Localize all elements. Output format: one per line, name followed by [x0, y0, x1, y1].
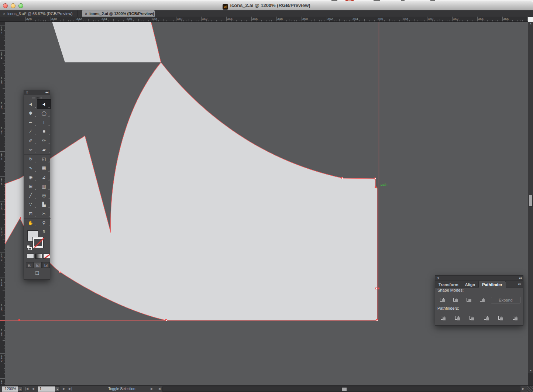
pathfinder-panel-close-icon[interactable]: x — [437, 276, 439, 281]
crop-button[interactable] — [482, 315, 491, 322]
tool-magic-wand-tool[interactable]: ✱ — [24, 109, 37, 118]
tab-align[interactable]: Align — [462, 281, 479, 288]
tool-direct-selection-tool[interactable]: ➤ — [37, 100, 51, 109]
zoom-dropdown-button[interactable]: ▼ — [18, 386, 23, 392]
tool-gradient-tool[interactable]: ▥ — [37, 182, 51, 191]
tool-artboard-tool[interactable]: ⊡ — [24, 209, 37, 218]
vertical-scrollbar[interactable]: ▲ ▼ — [528, 22, 533, 385]
tool-blend-tool[interactable]: ◎ — [37, 191, 51, 200]
path-anchor-hollow[interactable] — [375, 288, 377, 289]
divide-button[interactable] — [439, 315, 448, 322]
horizontal-scroll-thumb[interactable] — [341, 387, 347, 391]
tool-rotate-tool[interactable]: ↻ — [24, 154, 37, 164]
tool-eyedropper-tool[interactable]: ╱ — [24, 191, 37, 200]
gradient-button[interactable] — [35, 254, 42, 259]
tool-pen-tool[interactable]: ✒ — [24, 118, 37, 127]
status-menu-arrow-icon[interactable]: ▶ — [151, 387, 153, 391]
document-tab-1[interactable]: ×icons_3.ai* @ 66.67% (RGB/Preview) — [0, 10, 78, 17]
collapse-panel-icon[interactable]: ◀◀ — [519, 276, 521, 281]
intersect-button[interactable] — [465, 297, 474, 304]
scroll-right-icon[interactable]: ▶ — [522, 387, 525, 391]
tool-mesh-tool[interactable]: ⊞ — [24, 182, 37, 191]
path-anchor-filled[interactable] — [375, 186, 376, 188]
ruler-label: 1 2 2 — [1, 127, 2, 135]
color-button[interactable] — [27, 254, 34, 259]
tool-perspective-grid-tool[interactable]: ⊿ — [37, 173, 51, 182]
zoom-level-field[interactable]: 1200% — [2, 386, 18, 392]
tool-lasso-tool[interactable]: ◯ — [37, 109, 51, 118]
artboard-number-field[interactable]: 1 — [38, 386, 55, 392]
tool-free-transform-tool[interactable]: ▦ — [37, 164, 51, 173]
horizontal-scrollbar[interactable] — [162, 386, 520, 392]
path-anchor-hollow[interactable] — [341, 177, 343, 179]
screen-mode-button[interactable]: ❏ — [34, 271, 41, 276]
last-artboard-button[interactable]: ▶| — [69, 387, 72, 391]
tool-line-segment-tool[interactable]: ∕ — [24, 127, 37, 136]
scroll-down-icon[interactable]: ▼ — [528, 369, 533, 372]
outline-button[interactable] — [496, 315, 505, 322]
path-anchor-filled[interactable] — [378, 288, 379, 289]
ruler-origin-corner[interactable] — [0, 17, 5, 22]
tab-transform[interactable]: Transform — [435, 281, 462, 288]
path-anchor-hollow[interactable] — [165, 319, 167, 321]
next-artboard-button[interactable]: ▶ — [63, 387, 65, 391]
tab-pathfinder[interactable]: Pathfinder — [478, 281, 506, 288]
trim-button[interactable] — [453, 315, 462, 322]
draw-normal-mode-button[interactable]: ◰ — [26, 262, 34, 268]
tool-width-tool[interactable]: ∿ — [24, 164, 37, 173]
expand-button[interactable]: Expand — [491, 297, 520, 303]
tool-shape-builder-tool[interactable]: ◉ — [24, 173, 37, 182]
exclude-button[interactable] — [478, 297, 487, 304]
first-artboard-button[interactable]: |◀ — [25, 387, 28, 391]
tool-hand-tool[interactable]: ✋ — [24, 218, 37, 227]
title-bar[interactable]: Aiicons_2.ai @ 1200% (RGB/Preview) — [0, 1, 533, 10]
path-anchor-hollow[interactable] — [59, 271, 61, 273]
symbol-sprayer-tool-icon: ∵ — [29, 202, 32, 207]
tab-close-icon[interactable]: × — [3, 11, 5, 16]
tab-close-icon[interactable]: × — [85, 11, 87, 16]
tool-symbol-sprayer-tool[interactable]: ∵ — [24, 200, 37, 209]
minus-back-button[interactable] — [511, 315, 520, 322]
tool-type-tool[interactable]: T — [37, 118, 51, 127]
draw-inside-mode-button[interactable]: ◲ — [42, 262, 50, 268]
tool-pencil-tool[interactable]: ✏ — [37, 136, 51, 145]
window-resize-grip[interactable] — [527, 386, 533, 392]
tool-blob-brush-tool[interactable]: ✑ — [24, 145, 37, 154]
tool-zoom-tool[interactable]: ⚲ — [37, 218, 51, 227]
minus-front-button[interactable] — [451, 297, 460, 304]
stroke-color-swatch[interactable] — [33, 237, 43, 248]
tool-selection-tool[interactable]: ➤ — [24, 100, 37, 109]
tools-panel-header[interactable]: x ◀◀ — [24, 90, 50, 95]
vertical-scroll-thumb[interactable] — [529, 195, 533, 207]
path-anchor-hollow[interactable] — [19, 217, 21, 219]
tool-slice-tool[interactable]: ✂ — [37, 209, 51, 218]
path-anchor-hollow[interactable] — [374, 178, 376, 179]
default-stroke-mini-icon[interactable] — [28, 247, 32, 250]
collapse-panel-icon[interactable]: ◀◀ — [45, 90, 48, 95]
artboard-dropdown-button[interactable]: ▼ — [55, 386, 60, 392]
tool-paintbrush-tool[interactable]: ✐ — [24, 136, 37, 145]
merge-button[interactable] — [468, 315, 477, 322]
tools-panel-grip[interactable] — [24, 95, 50, 100]
horizontal-ruler[interactable]: 3283303323343363383403423443463483503523… — [5, 17, 528, 22]
path-anchor-hollow[interactable] — [376, 319, 378, 321]
none-button[interactable] — [43, 254, 50, 259]
tool-rectangle-tool[interactable]: ■ — [37, 127, 51, 136]
tool-scale-tool[interactable]: ◱ — [37, 154, 51, 164]
document-tab-2[interactable]: ×icons_2.ai @ 1200% (RGB/Preview) — [82, 10, 155, 17]
tools-panel-close-icon[interactable]: x — [26, 90, 28, 95]
draw-behind-mode-button[interactable]: ◱ — [34, 262, 42, 268]
pathfinder-panel-header[interactable]: x ◀◀ — [435, 276, 523, 281]
vertical-ruler[interactable]: 1 1 41 1 61 1 81 2 01 2 21 2 41 2 61 2 8… — [0, 22, 5, 385]
swap-fill-stroke-icon[interactable]: ⇄ — [42, 230, 46, 233]
tool-column-graph-tool[interactable]: ▙ — [37, 200, 51, 209]
previous-artboard-button[interactable]: ◀ — [32, 387, 34, 391]
scroll-left-icon[interactable]: ◀ — [158, 387, 161, 391]
canvas-viewport[interactable]: + path — [5, 22, 528, 385]
scroll-up-icon[interactable]: ▲ — [528, 22, 533, 25]
unite-button[interactable] — [438, 297, 447, 304]
status-indicator[interactable]: Toggle Selection — [89, 387, 155, 391]
path-anchor-filled[interactable] — [18, 319, 20, 321]
panel-menu-icon[interactable]: ▾≡ — [518, 282, 521, 286]
tool-eraser-tool[interactable]: ▰ — [37, 145, 51, 154]
